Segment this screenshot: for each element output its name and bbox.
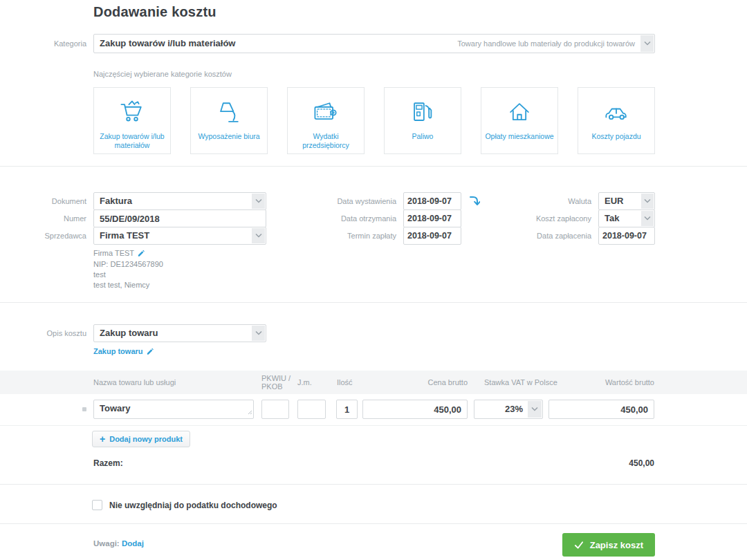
favorite-category-tiles: Zakup towarów i/lub materiałów Wyposażen… <box>93 87 655 154</box>
total-label: Razem: <box>93 458 123 468</box>
total-value: 450,00 <box>629 458 654 468</box>
numer-input[interactable] <box>93 209 266 227</box>
data-wystawienia-label: Data wystawienia <box>286 192 403 210</box>
tile-label: Wydatki przedsiębiorcy <box>288 128 364 150</box>
waluta-value: EUR <box>605 196 623 206</box>
seller-address-line: test test, Niemcy <box>93 280 163 290</box>
chevron-down-icon[interactable] <box>528 401 542 418</box>
fuel-pump-icon <box>407 88 438 128</box>
check-icon <box>574 541 584 550</box>
category-select[interactable]: Zakup towarów i/lub materiałów Towary ha… <box>93 34 655 53</box>
tile-label: Paliwo <box>409 128 437 141</box>
category-tile-wydatki-przedsiebiorcy[interactable]: Wydatki przedsiębiorcy <box>287 87 365 154</box>
divider <box>0 523 747 524</box>
favorite-categories-heading: Najczęściej wybierane kategorie kosztów <box>93 70 232 78</box>
item-name-textarea[interactable]: Towary <box>93 400 254 419</box>
chevron-down-icon[interactable] <box>640 35 654 52</box>
exclude-income-tax-checkbox[interactable] <box>92 500 102 510</box>
uwagi-label: Uwagi: <box>93 539 120 548</box>
house-icon <box>504 88 535 128</box>
koszt-zaplacony-label: Koszt zapłacony <box>453 209 598 227</box>
chevron-down-icon[interactable] <box>252 228 265 243</box>
waluta-select[interactable]: EUR <box>598 192 655 210</box>
item-name-cell: Towary <box>93 400 254 419</box>
divider <box>0 302 747 303</box>
add-cost-page: Dodawanie kosztu Kategoria Zakup towarów… <box>0 0 747 560</box>
item-cena-brutto-input[interactable] <box>362 400 468 419</box>
seller-address-line: test <box>93 270 163 280</box>
tile-label: Koszty pojazdu <box>588 128 644 141</box>
opis-kosztu-select[interactable]: Zakup towaru <box>93 324 266 342</box>
items-table-header: Nazwa towaru lub usługi PKWIU / PKOB J.m… <box>0 371 747 394</box>
sprzedawca-select[interactable]: Firma TEST <box>93 227 266 245</box>
seller-nip: NIP: DE1234567890 <box>93 259 163 270</box>
item-vat-value: 23% <box>505 404 523 414</box>
category-tile-wyposazenie-biura[interactable]: Wyposażenie biura <box>190 87 268 154</box>
seller-details: Firma TEST NIP: DE1234567890 test test t… <box>93 248 163 290</box>
koszt-zaplacony-value: Tak <box>605 213 619 223</box>
waluta-label: Waluta <box>453 192 598 210</box>
category-tile-paliwo[interactable]: Paliwo <box>384 87 461 154</box>
description-row: Opis kosztu Zakup towaru <box>0 324 747 342</box>
data-otrzymania-label: Data otrzymania <box>286 209 403 227</box>
category-tile-zakup-towarow[interactable]: Zakup towarów i/lub materiałów <box>93 87 171 154</box>
chevron-down-icon[interactable] <box>252 194 265 209</box>
chevron-down-icon[interactable] <box>641 211 654 226</box>
exclude-income-tax-label: Nie uwzględniaj do podatku dochodowego <box>109 501 277 510</box>
col-header-cena-brutto: Cena brutto <box>362 371 468 394</box>
divider <box>0 484 747 485</box>
chevron-down-icon[interactable] <box>641 194 654 209</box>
category-tile-koszty-pojazdu[interactable]: Koszty pojazdu <box>578 87 655 154</box>
plus-icon: + <box>100 434 105 444</box>
opis-kosztu-edit-link[interactable]: Zakup towaru <box>93 347 154 356</box>
data-zaplacenia-input[interactable] <box>598 227 655 245</box>
dokument-label: Dokument <box>0 192 93 210</box>
uwagi-add-link[interactable]: Dodaj <box>122 539 144 548</box>
add-product-label: Dodaj nowy produkt <box>109 435 183 443</box>
category-tile-oplaty-mieszkaniowe[interactable]: Opłaty mieszkaniowe <box>481 87 558 154</box>
item-ilosc-input[interactable] <box>336 400 358 419</box>
category-select-value: Zakup towarów i/lub materiałów <box>100 38 235 48</box>
item-vat-select[interactable]: 23% <box>474 400 543 419</box>
dates-column: Data wystawienia Data otrzymania Termin … <box>286 192 480 245</box>
item-wartosc-brutto-input[interactable] <box>548 400 654 419</box>
row-drag-handle[interactable] <box>82 407 86 411</box>
wallet-icon <box>311 88 341 128</box>
item-jm-input[interactable] <box>297 400 326 419</box>
shopping-cart-icon <box>117 88 147 128</box>
add-product-button[interactable]: + Dodaj nowy produkt <box>92 431 190 447</box>
tile-label: Opłaty mieszkaniowe <box>481 128 557 141</box>
save-cost-button[interactable]: Zapisz koszt <box>562 533 655 557</box>
save-button-label: Zapisz koszt <box>590 540 643 550</box>
document-column: Dokument Faktura Numer Sprzedawca Firma … <box>0 192 266 245</box>
tile-label: Zakup towarów i/lub materiałów <box>94 128 170 150</box>
dokument-select[interactable]: Faktura <box>93 192 266 210</box>
desk-lamp-icon <box>214 88 244 128</box>
sprzedawca-value: Firma TEST <box>100 230 149 241</box>
col-header-wartosc-brutto: Wartość brutto <box>548 371 654 394</box>
category-select-hint: Towary handlowe lub materiały do produkc… <box>457 35 635 53</box>
item-pkwiu-input[interactable] <box>261 400 289 419</box>
tile-label: Wyposażenie biura <box>194 128 263 141</box>
numer-label: Numer <box>0 209 93 227</box>
category-row: Kategoria Zakup towarów i/lub materiałów… <box>0 34 747 53</box>
koszt-zaplacony-select[interactable]: Tak <box>598 209 655 227</box>
col-header-pkwiu: PKWIU / PKOB <box>261 371 295 394</box>
chevron-down-icon[interactable] <box>252 326 265 341</box>
payment-column: Waluta EUR Koszt zapłacony Tak Data zapł… <box>453 192 655 245</box>
edit-pencil-icon[interactable] <box>137 249 145 259</box>
termin-zaplaty-label: Termin zapłaty <box>286 227 403 245</box>
dokument-value: Faktura <box>100 196 132 206</box>
seller-name: Firma TEST <box>93 249 134 257</box>
opis-kosztu-value: Zakup towaru <box>100 328 158 338</box>
sprzedawca-label: Sprzedawca <box>0 227 93 245</box>
item-row: Towary 23% <box>0 394 747 426</box>
car-icon <box>601 88 631 128</box>
category-label: Kategoria <box>0 34 86 53</box>
col-header-jm: J.m. <box>297 371 326 394</box>
divider <box>0 166 747 167</box>
col-header-ilosc: Ilość <box>337 371 365 394</box>
opis-kosztu-edit-text: Zakup towaru <box>93 347 143 355</box>
notes-row: Uwagi: Dodaj <box>93 539 144 548</box>
opis-kosztu-label: Opis kosztu <box>0 324 86 342</box>
